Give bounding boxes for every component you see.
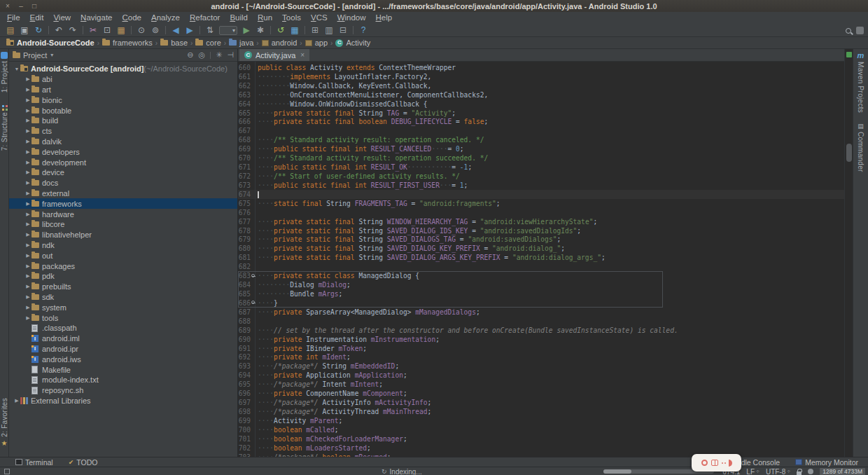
forward-icon[interactable]: ▶	[183, 24, 197, 36]
chevron-collapsed-icon[interactable]: ▶	[24, 149, 31, 155]
tree-item-bionic[interactable]: ▶bionic	[9, 95, 237, 105]
line-separator-widget[interactable]: LF÷	[746, 468, 760, 475]
breadcrumb-android-sourcecode[interactable]: Android-SourceCode	[4, 39, 97, 47]
chevron-collapsed-icon[interactable]: ▶	[24, 284, 31, 289]
toolwindow-button-terminal[interactable]: Terminal	[15, 458, 53, 467]
chevron-collapsed-icon[interactable]: ▶	[24, 87, 31, 92]
chevron-collapsed-icon[interactable]: ▶	[24, 76, 31, 82]
chevron-collapsed-icon[interactable]: ▶	[24, 118, 31, 123]
encoding-widget[interactable]: UTF-8÷	[766, 468, 790, 475]
breadcrumb-core[interactable]: core	[193, 39, 223, 47]
android-monitor-icon[interactable]: ▥	[322, 24, 336, 36]
chevron-collapsed-icon[interactable]: ▶	[24, 170, 31, 175]
scrollbar-thumb[interactable]	[846, 144, 852, 162]
tree-item-device[interactable]: ▶device	[9, 167, 237, 178]
menu-edit[interactable]: Edit	[25, 12, 49, 24]
menu-tools[interactable]: Tools	[277, 12, 306, 24]
settings-icon[interactable]: ✳	[216, 50, 222, 60]
tree-item-module-index-txt[interactable]: module-index.txt	[9, 375, 237, 385]
chevron-collapsed-icon[interactable]: ▶	[24, 315, 31, 321]
run-config-combo[interactable]: ▾	[219, 26, 237, 35]
tree-item-packages[interactable]: ▶packages	[9, 261, 237, 271]
code-editor[interactable]: 660public class Activity extends Context…	[238, 62, 844, 457]
tree-item-makefile[interactable]: Makefile	[9, 364, 237, 375]
paste-icon[interactable]: ▦	[114, 24, 128, 36]
chevron-down-icon[interactable]: ▾	[50, 52, 53, 58]
chevron-collapsed-icon[interactable]: ▶	[24, 273, 31, 279]
tree-item-android-iws[interactable]: Iandroid.iws	[9, 354, 237, 364]
chevron-collapsed-icon[interactable]: ▶	[24, 221, 31, 227]
close-tab-icon[interactable]: ×	[300, 51, 304, 59]
chevron-collapsed-icon[interactable]: ▶	[24, 97, 31, 103]
help-icon[interactable]: ?	[356, 24, 370, 36]
tree-item-pdk[interactable]: ▶pdk	[9, 271, 237, 282]
breadcrumb-base[interactable]: base	[158, 39, 190, 47]
debug-icon[interactable]: ✱	[253, 24, 267, 36]
menu-analyze[interactable]: Analyze	[146, 12, 185, 24]
maximize-window-icon[interactable]: □	[31, 2, 38, 10]
tree-item-docs[interactable]: ▶docs	[9, 178, 237, 188]
tree-item-build[interactable]: ▶build	[9, 116, 237, 126]
toolwindow-button-7-structure[interactable]: 7: Structure	[1, 102, 8, 151]
sync-icon[interactable]: ↻	[31, 24, 46, 36]
save-all-icon[interactable]: ▣	[18, 24, 31, 36]
tree-item-tools[interactable]: ▶tools	[9, 312, 237, 323]
pages-icon[interactable]	[711, 460, 718, 466]
chevron-collapsed-icon[interactable]: ▶	[24, 128, 31, 134]
chevron-expanded-icon[interactable]: ▼	[13, 67, 20, 71]
chevron-collapsed-icon[interactable]: ▶	[24, 232, 31, 238]
copy-icon[interactable]: ⊡	[100, 24, 114, 36]
tree-item-external-libraries[interactable]: ▶External Libraries	[9, 396, 237, 406]
run-icon[interactable]: ▶	[239, 24, 253, 36]
project-panel-title[interactable]: Project	[23, 51, 47, 60]
menu-build[interactable]: Build	[225, 12, 253, 24]
search-everywhere-icon[interactable]	[846, 28, 851, 34]
tree-item-hardware[interactable]: ▶hardware	[9, 209, 237, 219]
chevron-collapsed-icon[interactable]: ▶	[24, 253, 31, 259]
tree-item-libnativehelper[interactable]: ▶libnativehelper	[9, 230, 237, 240]
menu-window[interactable]: Window	[332, 12, 371, 24]
breadcrumb-activity[interactable]: CActivity	[333, 39, 372, 47]
chevron-collapsed-icon[interactable]: ▶	[24, 294, 31, 300]
breadcrumb-android[interactable]: android	[260, 39, 300, 47]
tree-item-development[interactable]: ▶development	[9, 157, 237, 167]
tree-item-system[interactable]: ▶system	[9, 302, 237, 312]
breadcrumb-frameworks[interactable]: frameworks	[100, 39, 155, 47]
tree-item-dalvik[interactable]: ▶dalvik	[9, 137, 237, 147]
hector-inspector-icon[interactable]	[808, 469, 813, 474]
menu-help[interactable]: Help	[371, 12, 398, 24]
collapse-all-icon[interactable]: ⊖	[187, 50, 193, 60]
tree-item-out[interactable]: ▶out	[9, 250, 237, 261]
toolwindow-button-maven-projects[interactable]: mMaven Projects	[857, 51, 864, 113]
breadcrumb-app[interactable]: app	[303, 39, 330, 47]
scroll-from-source-icon[interactable]: ◎	[199, 50, 206, 60]
toolwindow-button-commander[interactable]: ▤Commander	[857, 123, 864, 172]
tree-item-classpath[interactable]: .classpath	[9, 323, 237, 333]
close-window-icon[interactable]: ×	[4, 2, 11, 10]
menu-refactor[interactable]: Refactor	[185, 12, 225, 24]
half-disc-icon[interactable]	[729, 460, 732, 467]
tree-item-prebuilts[interactable]: ▶prebuilts	[9, 282, 237, 292]
toolwindow-button-todo[interactable]: ✔TODO	[69, 458, 98, 467]
toolwindow-button-2-favorites[interactable]: 2: Favorites★	[1, 398, 8, 447]
fold-marker-icon[interactable]	[251, 301, 255, 304]
tree-item-libcore[interactable]: ▶libcore	[9, 219, 237, 230]
tree-item-art[interactable]: ▶art	[9, 85, 237, 95]
menu-vcs[interactable]: VCS	[306, 12, 332, 24]
sdk-manager-icon[interactable]: ⊞	[308, 24, 322, 36]
chevron-collapsed-icon[interactable]: ▶	[24, 242, 31, 248]
redo-icon[interactable]: ↷	[66, 24, 80, 36]
chevron-collapsed-icon[interactable]: ▶	[24, 305, 31, 310]
capture-icon[interactable]: ⊟	[336, 24, 350, 36]
toolwindow-button-1-project[interactable]: 1: Project	[1, 52, 8, 92]
record-icon[interactable]	[701, 460, 708, 466]
tree-item-sdk[interactable]: ▶sdk	[9, 292, 237, 303]
tree-item-ndk[interactable]: ▶ndk	[9, 240, 237, 251]
chevron-collapsed-icon[interactable]: ▶	[24, 139, 31, 144]
menu-navigate[interactable]: Navigate	[76, 12, 117, 24]
fold-marker-icon[interactable]	[251, 274, 255, 277]
chevron-collapsed-icon[interactable]: ▶	[24, 263, 31, 269]
back-icon[interactable]: ◀	[169, 24, 183, 36]
toolwindow-button-memory-monitor[interactable]: Memory Monitor	[795, 458, 858, 467]
compare-icon[interactable]: ⇅	[203, 24, 217, 36]
